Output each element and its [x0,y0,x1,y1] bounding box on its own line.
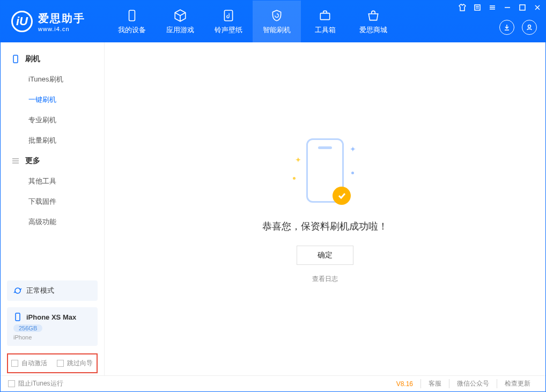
device-type: iPhone [13,334,91,341]
sidebar-group-flash: 刷机 [1,49,104,69]
checkbox-skip-guide[interactable]: 跳过向导 [57,359,93,368]
sidebar-item-download-firmware[interactable]: 下载固件 [1,191,104,212]
tab-label: 智能刷机 [263,25,291,35]
cube-icon [173,8,188,23]
svg-rect-3 [475,5,480,10]
tab-label: 我的设备 [118,25,146,35]
svg-rect-2 [320,13,329,20]
svg-rect-10 [520,5,525,10]
tab-smart-flash[interactable]: 智能刷机 [253,1,301,42]
window-controls [459,4,541,11]
minimize-button[interactable] [504,4,511,11]
sidebar-item-pro-flash[interactable]: 专业刷机 [1,110,104,130]
music-file-icon [221,8,236,23]
group-title: 更多 [25,156,40,166]
user-icon[interactable] [522,20,537,35]
app-title: 爱思助手 [38,11,85,26]
svg-rect-19 [16,313,20,321]
sidebar: 刷机 iTunes刷机 一键刷机 专业刷机 批量刷机 更多 其他工具 下载固件 … [1,42,105,375]
checkbox-label: 自动激活 [21,359,47,368]
close-button[interactable] [534,4,541,11]
device-info-panel[interactable]: iPhone XS Max 256GB iPhone [7,307,98,346]
svg-rect-1 [224,10,232,21]
capacity-badge: 256GB [13,324,42,332]
sparkle-icon: ✦ [350,145,356,153]
logo-icon: iU [11,11,33,32]
tab-label: 应用游戏 [166,25,194,35]
sidebar-item-itunes-flash[interactable]: iTunes刷机 [1,69,104,90]
success-message: 恭喜您，保资料刷机成功啦！ [262,220,388,233]
header-action-icons [499,20,537,35]
phone-small-icon [13,313,22,321]
mode-label: 正常模式 [26,286,54,295]
svg-rect-0 [129,10,135,21]
dot-icon [351,172,354,174]
header-bar: iU 爱思助手 www.i4.cn 我的设备 应用游戏 铃声壁纸 智能刷机 工具… [1,1,545,42]
tab-my-device[interactable]: 我的设备 [108,1,156,42]
footer-link-support[interactable]: 客服 [420,379,449,388]
checkbox-block-itunes[interactable]: 阻止iTunes运行 [8,379,63,388]
sidebar-item-advanced[interactable]: 高级功能 [1,212,104,232]
footer-link-update[interactable]: 检查更新 [497,379,538,388]
check-badge-icon [333,187,351,205]
maximize-button[interactable] [519,4,526,11]
device-icon [124,8,139,23]
tab-apps-games[interactable]: 应用游戏 [156,1,204,42]
checkbox-auto-activate[interactable]: 自动激活 [11,359,47,368]
svg-rect-15 [13,55,18,63]
checkbox-icon [8,380,15,387]
tab-ringtone-wallpaper[interactable]: 铃声壁纸 [204,1,253,42]
checkbox-icon [57,360,64,367]
checkbox-label: 跳过向导 [67,359,93,368]
nav-tabs: 我的设备 应用游戏 铃声壁纸 智能刷机 工具箱 爱思商城 [108,1,397,42]
tab-shop[interactable]: 爱思商城 [349,1,397,42]
view-log-link[interactable]: 查看日志 [312,275,338,284]
note-icon[interactable] [474,4,481,11]
sidebar-group-more: 更多 [1,151,104,171]
app-subtitle: www.i4.cn [38,26,85,32]
shop-icon [366,8,381,23]
dot-icon [293,177,296,180]
group-title: 刷机 [25,54,40,64]
sync-icon [13,286,22,295]
logo-section: iU 爱思助手 www.i4.cn [1,11,108,32]
sidebar-item-oneclick-flash[interactable]: 一键刷机 [1,90,104,110]
menu-icon[interactable] [489,4,496,11]
shield-refresh-icon [269,8,284,23]
footer-link-wechat[interactable]: 微信公众号 [449,379,497,388]
sidebar-item-other-tools[interactable]: 其他工具 [1,171,104,191]
list-icon [11,157,20,165]
sidebar-item-batch-flash[interactable]: 批量刷机 [1,130,104,151]
checkbox-icon [11,360,18,367]
version-label: V8.16 [396,380,420,388]
device-name: iPhone XS Max [26,313,76,321]
sparkle-icon: ✦ [295,156,301,164]
tab-toolbox[interactable]: 工具箱 [301,1,349,42]
shirt-icon[interactable] [459,4,466,11]
main-content: ✦ ✦ 恭喜您，保资料刷机成功啦！ 确定 查看日志 [105,42,545,375]
footer-bar: 阻止iTunes运行 V8.16 客服 微信公众号 检查更新 [1,375,545,391]
download-icon[interactable] [499,20,514,35]
checkbox-label: 阻止iTunes运行 [18,379,63,388]
device-mode-panel[interactable]: 正常模式 [7,280,98,301]
svg-point-14 [528,25,531,28]
tab-label: 工具箱 [315,25,336,35]
phone-icon [11,55,20,63]
ok-button[interactable]: 确定 [297,246,353,265]
bottom-options-box: 自动激活 跳过向导 [7,353,98,373]
tab-label: 爱思商城 [359,25,387,35]
success-illustration: ✦ ✦ [293,134,357,209]
tab-label: 铃声壁纸 [215,25,242,35]
toolbox-icon [318,8,333,23]
